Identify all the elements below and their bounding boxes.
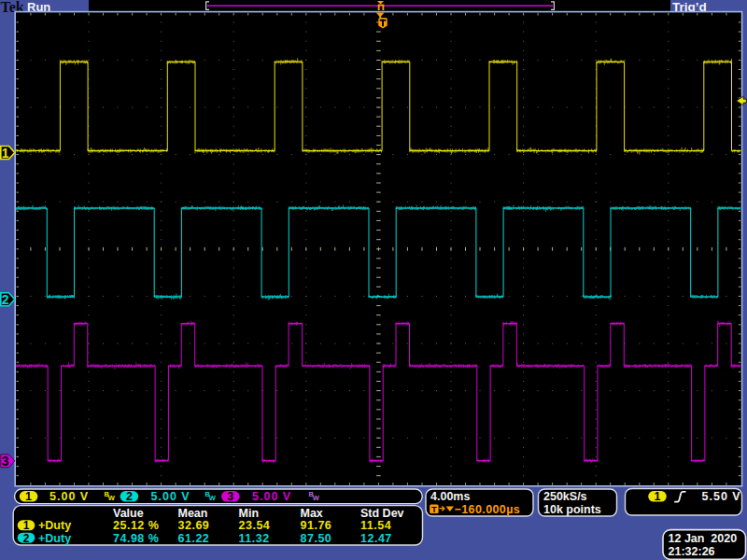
svg-text:T: T [431, 504, 437, 514]
svg-text:250kS/s: 250kS/s [543, 490, 587, 503]
svg-text:1: 1 [23, 519, 30, 532]
svg-text:Max: Max [301, 507, 323, 520]
svg-text:61.22: 61.22 [178, 532, 210, 545]
svg-text:12 Jan 2020: 12 Jan 2020 [669, 532, 738, 545]
svg-text:3: 3 [2, 454, 9, 469]
svg-text:87.50: 87.50 [301, 532, 332, 545]
svg-text:11.54: 11.54 [360, 519, 391, 532]
svg-text:5.00 V: 5.00 V [252, 490, 291, 503]
svg-text:25.12 %: 25.12 % [113, 519, 159, 532]
svg-text:2: 2 [126, 490, 133, 503]
svg-text:2: 2 [2, 292, 9, 307]
svg-text:+Duty: +Duty [38, 532, 71, 545]
svg-text:+Duty: +Duty [38, 519, 71, 532]
svg-text:32.69: 32.69 [178, 519, 210, 532]
svg-text:4.00ms: 4.00ms [430, 490, 470, 503]
svg-text:W: W [313, 494, 320, 502]
svg-text:74.98 %: 74.98 % [113, 532, 159, 545]
svg-text:W: W [108, 494, 116, 502]
svg-text:21:32:26: 21:32:26 [669, 545, 715, 558]
svg-text:Std Dev: Std Dev [360, 507, 404, 520]
svg-text:5.00 V: 5.00 V [151, 490, 190, 503]
svg-text:1: 1 [655, 490, 661, 503]
svg-text:1: 1 [25, 490, 32, 503]
svg-text:12.47: 12.47 [360, 532, 392, 545]
svg-text:Min: Min [239, 507, 260, 520]
svg-text:1: 1 [2, 146, 9, 161]
svg-text:2: 2 [23, 532, 30, 545]
svg-text:10k points: 10k points [543, 503, 601, 516]
svg-text:5.50 V: 5.50 V [702, 490, 741, 503]
svg-text:5.00 V: 5.00 V [49, 490, 89, 503]
svg-text:91.76: 91.76 [301, 519, 332, 532]
svg-text:11.32: 11.32 [239, 532, 270, 545]
svg-text:Mean: Mean [178, 507, 208, 520]
svg-text:23.54: 23.54 [239, 519, 271, 532]
svg-text:Value: Value [113, 507, 144, 520]
svg-text:−160.000µs: −160.000µs [455, 503, 521, 516]
svg-text:W: W [209, 494, 217, 502]
svg-text:3: 3 [227, 490, 233, 503]
